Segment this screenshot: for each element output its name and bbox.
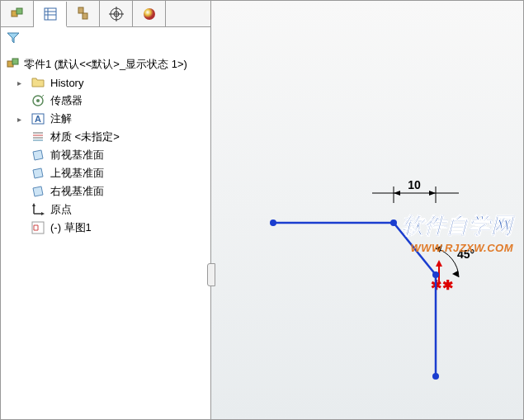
filter-row bbox=[1, 27, 210, 52]
origin-icon bbox=[31, 202, 45, 217]
folder-icon bbox=[31, 75, 45, 90]
svg-marker-37 bbox=[436, 260, 442, 267]
property-icon bbox=[43, 7, 58, 21]
svg-rect-7 bbox=[83, 13, 87, 19]
tree-item-sensors[interactable]: 传感器 bbox=[14, 92, 209, 110]
plane-icon bbox=[31, 148, 45, 163]
sphere-icon bbox=[142, 7, 157, 21]
svg-point-12 bbox=[144, 8, 155, 20]
svg-point-44 bbox=[390, 219, 397, 226]
feature-tree[interactable]: 零件1 (默认<<默认>_显示状态 1>) ▸ History 传感器 bbox=[1, 52, 210, 419]
configuration-manager-tab[interactable] bbox=[67, 1, 100, 26]
tree-item-annotations[interactable]: ▸ A 注解 bbox=[14, 110, 209, 128]
funnel-icon[interactable] bbox=[6, 31, 21, 45]
sketch-icon bbox=[31, 220, 45, 235]
svg-point-43 bbox=[270, 219, 276, 226]
tree-item-top-plane[interactable]: 上视基准面 bbox=[14, 164, 209, 182]
svg-text:✱: ✱ bbox=[442, 278, 453, 292]
svg-marker-27 bbox=[41, 212, 45, 215]
material-icon bbox=[31, 130, 45, 144]
tree-root[interactable]: 零件1 (默认<<默认>_显示状态 1>) bbox=[2, 55, 209, 73]
feature-manager-tab[interactable] bbox=[1, 1, 34, 26]
sensor-icon bbox=[31, 93, 45, 108]
tree-item-history[interactable]: ▸ History bbox=[14, 73, 209, 92]
expand-arrow-icon[interactable]: ▸ bbox=[17, 78, 26, 87]
part-icon bbox=[6, 57, 21, 72]
svg-marker-33 bbox=[429, 191, 436, 196]
tree-item-origin[interactable]: 原点 bbox=[14, 201, 209, 219]
watermark: 软件自学网 WWW.RJZXW.COM bbox=[402, 211, 513, 254]
svg-rect-6 bbox=[78, 7, 83, 13]
svg-rect-2 bbox=[45, 8, 56, 20]
svg-marker-35 bbox=[452, 271, 459, 277]
watermark-cn: 软件自学网 bbox=[402, 211, 513, 240]
tree-item-label: (-) 草图1 bbox=[50, 220, 92, 235]
svg-rect-1 bbox=[17, 8, 22, 14]
tree-root-label: 零件1 (默认<<默认>_显示状态 1>) bbox=[24, 57, 187, 72]
tree-item-front-plane[interactable]: 前视基准面 bbox=[14, 146, 209, 164]
tree-item-label: History bbox=[50, 77, 83, 89]
render-tab[interactable] bbox=[133, 1, 166, 26]
svg-marker-32 bbox=[394, 191, 400, 196]
tree-item-label: 传感器 bbox=[50, 93, 83, 108]
svg-point-46 bbox=[432, 373, 439, 380]
svg-point-16 bbox=[36, 99, 40, 102]
feature-tree-panel: 零件1 (默认<<默认>_显示状态 1>) ▸ History 传感器 bbox=[1, 1, 211, 419]
assembly-icon bbox=[10, 7, 25, 21]
target-icon bbox=[109, 7, 124, 21]
linear-dimension[interactable]: 10 bbox=[372, 178, 459, 203]
tree-item-label: 注解 bbox=[50, 111, 72, 126]
svg-text:A: A bbox=[35, 114, 41, 124]
tree-item-label: 前视基准面 bbox=[50, 148, 104, 163]
config-icon bbox=[76, 7, 91, 21]
tree-item-label: 上视基准面 bbox=[50, 166, 104, 181]
svg-rect-14 bbox=[12, 59, 18, 64]
svg-line-17 bbox=[41, 95, 44, 97]
plane-icon bbox=[31, 184, 45, 199]
tab-spacer bbox=[166, 1, 210, 26]
tree-item-material[interactable]: 材质 <未指定> bbox=[14, 128, 209, 146]
tree-item-sketch1[interactable]: (-) 草图1 bbox=[14, 219, 209, 237]
svg-marker-26 bbox=[32, 203, 35, 206]
dimension-value: 10 bbox=[408, 178, 421, 191]
expand-arrow-icon[interactable]: ▸ bbox=[17, 115, 26, 124]
watermark-url: WWW.RJZXW.COM bbox=[402, 242, 513, 254]
sketch-canvas: 10 45° ✱ ✱ bbox=[211, 1, 524, 420]
tree-item-label: 右视基准面 bbox=[50, 184, 104, 199]
graphics-viewport[interactable]: 10 45° ✱ ✱ bbox=[211, 1, 523, 419]
property-manager-tab[interactable] bbox=[34, 2, 67, 27]
svg-point-45 bbox=[432, 271, 439, 278]
plane-icon bbox=[31, 166, 45, 181]
tree-item-label: 材质 <未指定> bbox=[50, 130, 120, 144]
tree-item-label: 原点 bbox=[50, 202, 72, 217]
tree-item-right-plane[interactable]: 右视基准面 bbox=[14, 182, 209, 201]
dimxpert-tab[interactable] bbox=[100, 1, 133, 26]
manager-tabs bbox=[1, 1, 210, 27]
annotation-icon: A bbox=[31, 111, 45, 126]
